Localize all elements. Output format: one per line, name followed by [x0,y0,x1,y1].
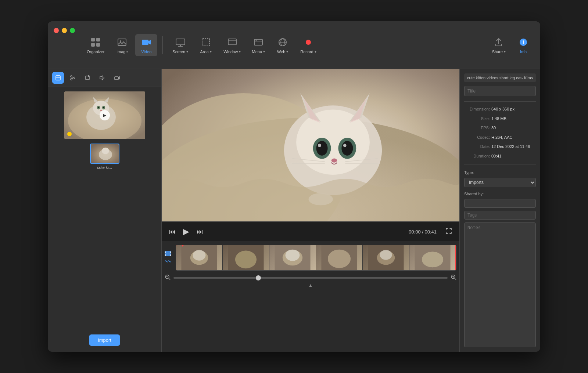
web-dropdown: Web ▾ [277,50,288,54]
svg-rect-23 [56,76,60,80]
svg-point-20 [306,40,311,45]
svg-point-58 [316,141,328,156]
codec-value: H.264, AAC [491,134,536,141]
info-size-row: Size: 1.48 MB [464,116,536,122]
type-label: Type: [464,170,536,175]
selected-item[interactable]: cute ki... [90,144,119,170]
fastforward-button[interactable]: ⏭ [195,227,205,237]
traffic-lights [54,28,75,33]
timeline-area: ▲ [162,242,459,292]
svg-point-60 [318,144,321,147]
zoom-thumb[interactable] [256,275,261,280]
yellow-dot [67,132,72,136]
toolbar-record[interactable]: Record ▾ [296,34,320,56]
svg-rect-3 [96,43,100,47]
toolbar-menu[interactable]: Menu ▾ [247,34,269,56]
cursor-tool[interactable] [52,72,64,84]
import-button[interactable]: Import [89,334,120,346]
svg-rect-14 [254,39,262,45]
toolbar-organizer[interactable]: Organizer [82,34,109,56]
svg-rect-31 [115,77,118,80]
info-codec-row: Codec: H.264, AAC [464,134,536,141]
sidebar-tools [48,69,161,87]
timeline-strip[interactable] [176,245,456,271]
svg-text:i: i [523,39,524,45]
info-dimension-row: Dimension: 640 x 360 px [464,106,536,113]
svg-point-85 [380,250,392,260]
clip-frame-5 [363,245,409,270]
type-select[interactable]: Imports Exports Recordings [464,178,536,187]
timeline-clip [176,245,456,270]
rewind-button[interactable]: ⏮ [168,227,177,237]
time-display: 00:00 / 00:41 [409,229,437,235]
codec-key: Codec: [464,134,490,141]
notes-textarea[interactable] [464,222,536,347]
audio-tool[interactable] [96,72,108,84]
dimension-key: Dimension: [464,106,490,113]
zoom-out-button[interactable] [165,274,171,281]
svg-point-26 [71,79,72,80]
svg-rect-1 [96,38,100,41]
minimize-button[interactable] [62,28,67,33]
scissors-tool[interactable] [67,72,79,84]
menu-label: Menu [252,50,262,54]
svg-rect-12 [228,39,236,45]
info-label: Info [520,50,527,54]
selected-thumb [90,144,119,164]
clip-frame-4 [316,245,363,270]
share-dropdown: Share ▾ [492,50,506,54]
svg-rect-8 [176,39,185,45]
fullscreen-button[interactable] [444,226,453,237]
media-thumbnail-large[interactable]: ▶ [64,91,145,139]
info-sep-2 [464,164,536,164]
svg-point-59 [341,141,353,156]
toolbar-video[interactable]: Video [135,34,157,56]
image-icon [116,36,128,48]
shared-by-input[interactable] [464,199,536,208]
info-duration-row: Duration: 00:41 [464,153,536,160]
toolbar-area[interactable]: Area ▾ [195,34,217,56]
svg-point-5 [120,40,121,42]
toolbar-info[interactable]: i Info [512,34,534,56]
selected-label: cute ki... [90,165,119,170]
organizer-icon [90,36,101,48]
toolbar-screen[interactable]: Screen ▾ [168,34,193,56]
close-button[interactable] [54,28,59,33]
play-overlay[interactable]: ▶ [100,110,110,120]
video-icon [140,36,152,48]
toolbar-image[interactable]: Image [111,34,133,56]
clip-frame-6 [409,245,456,270]
video-label: Video [141,50,151,54]
svg-rect-71 [170,251,171,253]
toolbar-share[interactable]: Share ▾ [488,34,510,56]
toolbar: Organizer Image Video [82,34,534,56]
zoom-slider[interactable] [173,277,448,279]
svg-rect-0 [91,38,95,41]
maximize-button[interactable] [70,28,75,33]
info-sep-1 [464,101,536,102]
svg-point-16 [256,40,257,41]
svg-point-25 [71,76,72,77]
menu-icon [252,36,264,48]
web-icon [277,36,288,48]
tags-input[interactable]: Tags [464,211,536,220]
play-button[interactable]: ▶ [182,225,191,238]
filename-input[interactable] [464,73,536,82]
svg-point-62 [331,159,337,163]
audio-wave-icon [165,259,171,265]
zoom-in-button[interactable] [451,274,456,281]
timeline-header [162,245,459,271]
video-frame [162,69,459,221]
video-area: ⏮ ▶ ⏭ 00:00 / 00:41 [162,69,459,352]
toolbar-web[interactable]: Web ▾ [272,34,294,56]
toolbar-window[interactable]: Window ▾ [219,34,245,56]
transform-tool[interactable] [82,72,93,84]
title-input[interactable] [464,86,536,96]
organizer-label: Organizer [87,50,104,54]
app-window: Organizer Image Video [48,21,540,352]
fps-value: 30 [491,125,536,131]
svg-point-77 [235,251,257,269]
camera-tool[interactable] [111,72,123,84]
screen-icon [175,36,186,48]
fps-key: FPS: [464,125,490,131]
